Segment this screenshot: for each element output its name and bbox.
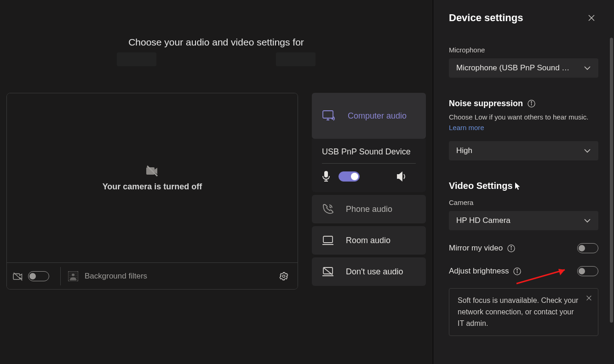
content-row: Your camera is turned off — [0, 93, 432, 290]
video-controls-bar: Background filters — [7, 262, 298, 289]
cursor-icon — [515, 182, 521, 190]
mirror-video-row: Mirror my video — [449, 243, 598, 253]
chevron-down-icon — [584, 66, 591, 70]
camera-select[interactable]: HP HD Camera — [449, 211, 598, 230]
audio-option-label: Phone audio — [346, 205, 392, 214]
microphone-select[interactable]: Microphone (USB PnP Sound … — [449, 58, 598, 78]
video-settings-title: Video Settings — [449, 181, 598, 191]
camera-off-message: Your camera is turned off — [103, 182, 202, 192]
device-settings-button[interactable] — [275, 268, 292, 284]
camera-toggle[interactable] — [28, 271, 49, 281]
camera-label: Camera — [449, 199, 598, 206]
device-settings-panel: Device settings Microphone Microphone (U… — [433, 0, 614, 364]
background-effects-icon — [68, 271, 78, 281]
noise-suppression-value: High — [456, 146, 472, 155]
background-filters-label: Background filters — [85, 272, 147, 281]
microphone-icon — [322, 171, 330, 182]
panel-scrollbar[interactable] — [610, 38, 613, 323]
gear-icon — [279, 272, 288, 281]
svg-rect-5 — [323, 236, 333, 243]
microphone-toggle[interactable] — [339, 171, 360, 182]
audio-option-room[interactable]: Room audio — [312, 226, 426, 255]
prejoin-title: Choose your audio and video settings for — [0, 37, 432, 48]
phone-audio-icon — [322, 203, 334, 215]
svg-point-2 — [282, 275, 285, 277]
placeholder — [117, 52, 156, 66]
audio-option-label: Computer audio — [348, 111, 407, 121]
video-preview: Your camera is turned off — [7, 93, 298, 262]
audio-source-list: Computer audio USB PnP Sound Device — [312, 93, 426, 290]
noise-suppression-desc: Choose Low if you want others to hear mu… — [449, 112, 598, 133]
mirror-video-label: Mirror my video — [449, 244, 503, 253]
microphone-label: Microphone — [449, 46, 598, 54]
softfocus-message: Soft focus is unavailable. Check your ne… — [458, 296, 578, 327]
no-audio-icon — [322, 267, 334, 277]
softfocus-warning: Soft focus is unavailable. Check your ne… — [449, 288, 598, 336]
noise-suppression-select[interactable]: High — [449, 141, 598, 160]
svg-point-8 — [531, 102, 532, 102]
audio-option-label: Don't use audio — [346, 267, 403, 277]
svg-point-10 — [511, 246, 512, 247]
info-icon[interactable] — [528, 100, 535, 108]
room-audio-icon — [322, 235, 334, 245]
background-filters-button[interactable]: Background filters — [68, 271, 147, 281]
adjust-brightness-toggle[interactable] — [577, 266, 598, 276]
video-preview-box: Your camera is turned off — [6, 93, 298, 290]
speaker-icon — [396, 171, 407, 182]
meeting-name-placeholder — [0, 52, 432, 66]
computer-audio-expanded: USB PnP Sound Device — [312, 139, 426, 192]
placeholder — [276, 52, 316, 66]
audio-option-none[interactable]: Don't use audio — [312, 257, 426, 286]
microphone-value: Microphone (USB PnP Sound … — [456, 63, 569, 73]
chevron-down-icon — [584, 218, 591, 223]
mirror-video-toggle[interactable] — [577, 243, 598, 253]
camera-off-icon — [12, 272, 23, 281]
panel-title: Device settings — [449, 12, 523, 24]
audio-device-name[interactable]: USB PnP Sound Device — [322, 147, 416, 164]
close-icon — [588, 14, 595, 22]
audio-option-computer[interactable]: Computer audio — [312, 93, 426, 139]
camera-value: HP HD Camera — [456, 216, 511, 225]
camera-off-icon — [145, 165, 159, 176]
dismiss-warning-button[interactable] — [583, 292, 594, 303]
svg-rect-3 — [323, 111, 333, 118]
prejoin-main: Choose your audio and video settings for… — [0, 0, 432, 364]
chevron-down-icon — [584, 148, 591, 153]
svg-rect-4 — [324, 171, 328, 177]
close-icon — [586, 295, 592, 301]
noise-suppression-title: Noise suppression — [449, 99, 598, 108]
audio-option-label: Room audio — [346, 236, 390, 245]
adjust-brightness-label: Adjust brightness — [449, 267, 509, 276]
close-panel-button[interactable] — [585, 11, 598, 25]
audio-option-phone[interactable]: Phone audio — [312, 195, 426, 223]
computer-audio-icon — [322, 110, 336, 122]
learn-more-link[interactable]: Learn more — [449, 124, 484, 131]
info-icon[interactable] — [513, 267, 521, 275]
divider — [60, 267, 61, 285]
info-icon[interactable] — [507, 245, 515, 252]
svg-point-12 — [517, 269, 518, 270]
adjust-brightness-row: Adjust brightness — [449, 266, 598, 276]
